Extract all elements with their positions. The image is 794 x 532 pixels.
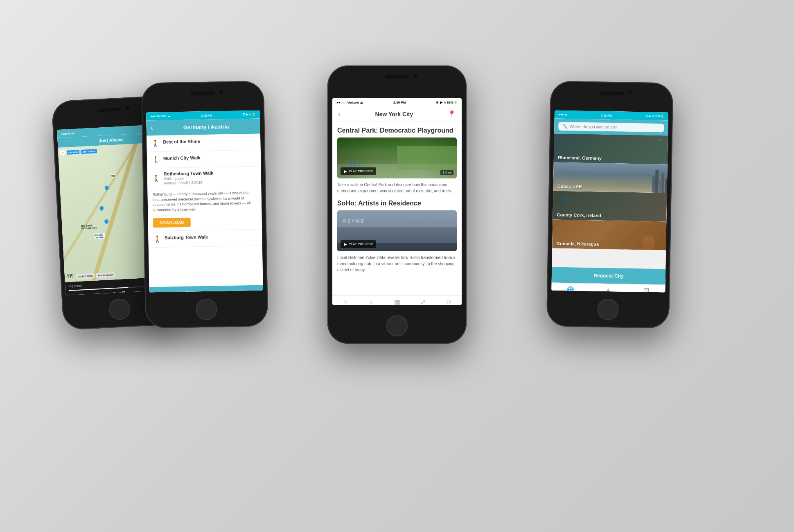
tab-my-trips[interactable]: 📋 My Trips: [627, 286, 665, 293]
phone2-speaker: [190, 92, 215, 95]
phone4-camera: [628, 90, 632, 95]
section-title-2: SoHo: Artists in Residence: [337, 200, 457, 207]
list-title: Germany / Austria: [156, 123, 256, 131]
list-item-rothenburg[interactable]: 🚶 Rothenburg Town Walk Walking tour 64mi…: [147, 167, 262, 232]
map-tab-icon: 🌐: [567, 286, 574, 292]
nyc-screen: ‹ New York City 📍 Central Park: Democrat…: [332, 106, 462, 305]
phone-2: ●●● Verizon ☁ 2:48 PM ⊡ ▶ ☆ 🔋 ‹ Germany …: [141, 81, 268, 328]
pause-button[interactable]: ⏸: [120, 290, 127, 295]
share-icon: ⬆: [185, 291, 189, 293]
nyc-desc-1: Take a walk in Central Park and discover…: [337, 182, 457, 194]
germany-overlay: Rhineland, Germany: [554, 134, 668, 165]
phone1-home-button[interactable]: [108, 298, 131, 320]
list-item-salzburg[interactable]: 🚶 Salzburg Town Walk: [148, 230, 262, 248]
phone1-speaker: [97, 108, 122, 112]
back-button[interactable]: ‹: [151, 124, 153, 132]
section-title-1: Central Park: Democratic Playground: [337, 127, 457, 134]
places-tab-icon: ✦: [606, 287, 611, 293]
list-item-rhine[interactable]: 🚶 Best of the Rhine: [147, 134, 261, 152]
select-tour-button[interactable]: SELECT TOUR: [76, 273, 95, 279]
item-title-4: Salzburg Town Walk: [165, 234, 208, 240]
trip-planner-button[interactable]: TRIP PLANNER: [96, 272, 115, 278]
tab-library[interactable]: ▦ Library: [384, 297, 410, 305]
phone-4: ●●● ☁ 2:52 PM ⊙ ▶ ☆ 81%🔋 🔍 Where do you …: [546, 81, 673, 328]
play-icon-2: ▶: [344, 242, 347, 246]
nyc-desc-2: Local Historian Yukie Ohta reveals how S…: [337, 255, 457, 273]
map-junction-label: PantherJunction: [95, 233, 105, 239]
phone4-battery: ⊙ ▶ ☆ 81%🔋: [645, 114, 664, 118]
tab-store[interactable]: ⌕ Store: [358, 297, 384, 305]
nyc-pin-icon: 📍: [448, 110, 456, 118]
place-item-uae[interactable]: Dubai, UAE: [553, 162, 668, 193]
rothenburg-header: 🚶 Rothenburg Town Walk Walking tour 64mi…: [152, 171, 214, 186]
request-city-button[interactable]: Request City: [552, 267, 666, 285]
people-silhouette: 👤👤👤: [349, 162, 361, 166]
phone2-home-button[interactable]: [196, 299, 217, 320]
phone3-status-bar: ●●○○○ Verizon ☁ 2:50 PM ⊙ ▶ ☆ 83%🔋: [332, 98, 462, 106]
item-title-2: Munich City Walk: [163, 155, 201, 161]
nyc-header: ‹ New York City 📍: [332, 106, 462, 122]
footer-label: Go to My Playlist: [191, 290, 228, 293]
tab-me[interactable]: ☺ Me: [436, 297, 462, 305]
just-ahead-button[interactable]: JUST AHEAD: [81, 149, 97, 154]
soho-sky: [337, 210, 457, 227]
places-list: ▪▪▪▪▪ Rhineland, Germany: [552, 134, 668, 269]
search-bar[interactable]: 🔍 Where do you want to go?: [558, 122, 664, 132]
item-subtitle-3: Walking tour: [164, 176, 214, 181]
phone4-screen: ●●● ☁ 2:52 PM ⊙ ▶ ☆ 81%🔋 🔍 Where do you …: [551, 110, 668, 293]
library-tab-icon: ▦: [394, 298, 400, 305]
tab-timeline[interactable]: ⤢ Timeline: [410, 297, 436, 305]
nyc-back-button[interactable]: ‹: [338, 110, 341, 118]
tab-places[interactable]: ✦ Places: [589, 285, 627, 292]
replay-button[interactable]: ↺: [110, 291, 116, 295]
nyc-tabbar: ⌂ Home ⌕ Store ▦ Library ⤢ Timeline: [332, 295, 462, 305]
map-icon[interactable]: 🗺: [67, 273, 73, 280]
map-location-label: Big BendNational Park: [81, 224, 97, 230]
place-item-nicaragua[interactable]: Granada, Nicaragua: [552, 220, 666, 250]
trips-tab-icon: 📋: [643, 287, 650, 292]
store-tab-icon: ⌕: [369, 298, 373, 305]
park-right: [397, 146, 457, 170]
tab-home[interactable]: ⌂ Home: [332, 297, 358, 305]
play-preview-2[interactable]: ▶ PLAY PREVIEW: [341, 240, 376, 248]
phone1-camera: [125, 106, 130, 110]
preview-button[interactable]: PREVIEW: [67, 150, 80, 155]
place-item-germany[interactable]: ▪▪▪▪▪ Rhineland, Germany: [554, 134, 668, 165]
list-item-content-2: Munich City Walk: [163, 155, 201, 161]
ireland-overlay: County Cork, Ireland: [553, 191, 667, 222]
walk-icon-4: 🚶: [153, 235, 161, 243]
search-icon: 🔍: [562, 124, 567, 128]
map-road-label: RD: [111, 174, 116, 178]
nicaragua-label: Granada, Nicaragua: [556, 241, 599, 247]
phone3-battery: ⊙ ▶ ☆ 83%🔋: [436, 101, 458, 104]
central-park-image: 👤👤👤 ▶ PLAY PREVIEW 1.5 mi: [337, 138, 457, 178]
uae-label: Dubai, UAE: [557, 184, 582, 189]
list-footer[interactable]: ⬆ Go to My Playlist: [149, 285, 263, 293]
play-preview-1[interactable]: ▶ PLAY PREVIEW: [341, 167, 376, 175]
download-button[interactable]: DOWNLOAD: [153, 218, 191, 228]
list-item-munich[interactable]: 🚶 Munich City Walk: [147, 150, 261, 169]
place-item-ireland[interactable]: 👥🚲 County Cork, Ireland: [553, 191, 667, 222]
places-tabbar: 🌐 Map ✦ Places 📋 My Trips: [551, 283, 665, 293]
soho-image: NZYME ▶ PLAY PREVIEW: [337, 210, 457, 251]
tab-map[interactable]: 🌐 Map: [551, 285, 589, 293]
places-screen: 🔍 Where do you want to go? ▪▪▪▪▪ Rhinela…: [551, 119, 668, 293]
walk-icon-3: 🚶: [152, 174, 160, 182]
phone4-home-button[interactable]: [597, 299, 619, 320]
walk-icon-2: 🚶: [152, 156, 160, 164]
list-item-content-1: Best of the Rhine: [163, 139, 200, 144]
nyc-content[interactable]: Central Park: Democratic Playground 👤👤👤 …: [332, 122, 462, 295]
phone4-speaker: [600, 92, 624, 95]
help-icon[interactable]: ?: [60, 150, 66, 156]
germany-label: Rhineland, Germany: [558, 155, 602, 161]
rewind-button[interactable]: ⏮: [99, 291, 106, 295]
play-icon-1: ▶: [344, 169, 347, 174]
timeline-tab-icon: ⤢: [420, 298, 426, 305]
nicaragua-overlay: Granada, Nicaragua: [552, 220, 666, 250]
phone3-home-button[interactable]: [386, 315, 408, 336]
player-title: Big Bend: [68, 284, 82, 288]
forward-button[interactable]: ⏭: [132, 289, 139, 295]
ireland-label: County Cork, Ireland: [557, 212, 601, 218]
duration-1: 1.5 mi: [440, 170, 453, 175]
search-placeholder: Where do you want to go?: [569, 124, 617, 129]
